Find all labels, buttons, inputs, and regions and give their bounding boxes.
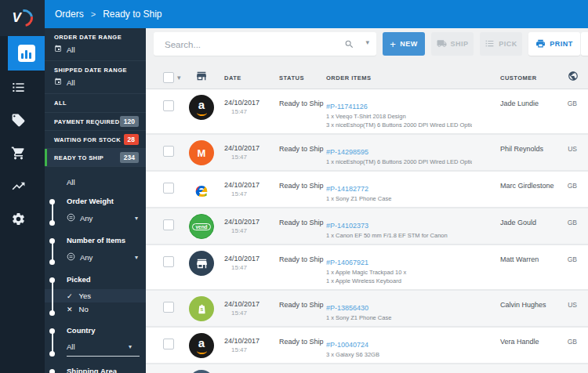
order-item: 3 x Galaxy S6 32GB <box>326 351 472 360</box>
filter-value: Any <box>80 214 93 223</box>
column-header-order-items: ORDER ITEMS <box>326 74 472 81</box>
row-checkbox[interactable] <box>163 219 174 230</box>
timeline-dot <box>49 310 55 316</box>
sidebar-item-waiting-for-stock[interactable]: WAITING FOR STOCK28 <box>45 131 146 149</box>
cart-icon <box>11 146 26 161</box>
order-date: 24/10/201715:47 <box>221 328 276 353</box>
order-number-link[interactable]: #P-11741126 <box>326 103 368 110</box>
row-checkbox[interactable] <box>163 339 174 349</box>
table-row[interactable]: vend24/10/201715:47Ready to Ship#P-14102… <box>146 207 588 244</box>
status-filter-label: READY TO SHIP <box>54 154 103 161</box>
caret-down-icon: ▾ <box>135 254 138 261</box>
pick-button[interactable]: PICK <box>480 32 522 56</box>
button-label: SHIP <box>451 40 469 48</box>
order-number-link[interactable]: #P-10040724 <box>326 341 368 349</box>
rail-item-dashboard[interactable] <box>8 36 45 71</box>
table-row[interactable]: S24/10/201715:47Ready to Ship#P-13856430… <box>146 289 588 326</box>
filter-dropdown-order-weight[interactable]: Any▾ <box>67 211 146 226</box>
timeline-dot <box>49 328 55 334</box>
circle-lines-icon <box>67 213 75 223</box>
top-bar: Orders > Ready to Ship <box>45 0 588 28</box>
table-header: ▾ DATE STATUS ORDER ITEMS CUSTOMER <box>146 67 588 89</box>
filter-label-number-of-items: Number of Items <box>67 236 146 244</box>
order-number-link[interactable]: #P-14102373 <box>326 222 368 230</box>
svg-text:S: S <box>200 306 203 311</box>
order-status: Ready to Ship <box>276 208 326 226</box>
search-icon[interactable] <box>344 38 354 53</box>
app-logo[interactable]: V <box>0 0 45 36</box>
search-options-caret[interactable]: ▾ <box>365 38 369 46</box>
shipped-date-range-filter[interactable]: SHIPPED DATE RANGE All <box>45 61 146 94</box>
sidebar-item-all[interactable]: ALL <box>45 94 146 113</box>
filter-group-country: CountryAll▾ <box>49 326 146 357</box>
customer-name: Vera Handle <box>472 328 558 346</box>
filter-select-country[interactable]: All▾ <box>67 340 140 357</box>
sidebar-item-ready-to-ship[interactable]: READY TO SHIP234 <box>45 149 146 167</box>
filter-label-country: Country <box>67 326 146 335</box>
filter-option-picked-no[interactable]: ✕No <box>67 302 146 316</box>
nav-rail <box>0 36 45 373</box>
breadcrumb-orders[interactable]: Orders <box>55 9 84 20</box>
table-row[interactable]: e24/10/201715:47Ready to Ship#P-14182772… <box>146 170 588 207</box>
column-header-status: STATUS <box>276 74 326 81</box>
filter-groups: Order WeightAny▾Number of ItemsAny▾Picke… <box>45 197 146 373</box>
orders-table: ▾ DATE STATUS ORDER ITEMS CUSTOMER a24/1… <box>146 67 588 373</box>
order-date-range-filter[interactable]: ORDER DATE RANGE All <box>45 28 146 61</box>
rail-item-settings[interactable] <box>0 202 37 235</box>
filter-dropdown-number-of-items[interactable]: Any▾ <box>67 250 146 265</box>
order-number-link[interactable]: #P-13856430 <box>326 304 368 312</box>
cut-off-button[interactable] <box>581 32 588 56</box>
button-label: PRINT <box>550 40 573 48</box>
timeline-dot <box>49 220 55 226</box>
select-all-checkbox[interactable] <box>163 72 174 83</box>
order-number-link[interactable]: #P-14298595 <box>326 148 368 156</box>
order-date: 24/10/201715:47 <box>221 208 276 234</box>
order-item: 1 x Apple Magic Trackpad 10 x <box>326 269 472 277</box>
search-box: ▾ <box>154 32 376 56</box>
column-header-customer: CUSTOMER <box>472 74 558 81</box>
rail-item-reports[interactable] <box>0 169 37 202</box>
order-item: 1 x Apple Wireless Keyboard <box>326 277 472 286</box>
country-code: GB <box>558 328 588 346</box>
column-header-date: DATE <box>221 74 276 81</box>
order-number-link[interactable]: #P-14067921 <box>326 259 368 266</box>
shipped-date-range-label: SHIPPED DATE RANGE <box>54 67 136 74</box>
rail-item-purchases[interactable] <box>0 136 37 169</box>
row-checkbox[interactable] <box>163 183 174 194</box>
country-code: GB <box>558 208 588 226</box>
country-code: US <box>558 291 588 309</box>
date-value: 24/10/2017 <box>224 255 276 263</box>
customer-name: Matt Warren <box>472 245 558 263</box>
row-checkbox[interactable] <box>163 302 174 313</box>
breadcrumb-ready-to-ship[interactable]: Ready to Ship <box>103 9 162 20</box>
new-button[interactable]: +NEW <box>383 32 425 56</box>
print-button[interactable]: PRINT <box>528 32 580 56</box>
order-number-link[interactable]: #P-14182772 <box>326 185 368 193</box>
time-value: 15:47 <box>231 264 276 271</box>
printer-icon <box>535 38 546 50</box>
row-checkbox[interactable] <box>163 100 174 111</box>
amazon-icon: a <box>189 333 214 358</box>
table-row[interactable]: M24/10/201715:47Ready to Ship#P-14298595… <box>146 133 588 170</box>
row-checkbox[interactable] <box>163 146 174 157</box>
vend-icon: vend <box>189 214 214 239</box>
ship-button[interactable]: SHIP <box>431 32 474 56</box>
filter-group-shipping-area: Shipping Area <box>49 367 146 373</box>
table-row[interactable]: a24/10/201715:47Ready to Ship#P-11741126… <box>146 89 588 133</box>
filter-group-order-weight: Order WeightAny▾ <box>49 197 146 226</box>
select-all-caret[interactable]: ▾ <box>177 74 181 81</box>
row-checkbox[interactable] <box>163 256 174 267</box>
status-filters: PAYMENT REQUIRED120WAITING FOR STOCK28RE… <box>45 113 146 167</box>
search-input[interactable] <box>163 32 339 57</box>
sidebar-item-payment-required[interactable]: PAYMENT REQUIRED120 <box>45 113 146 131</box>
count-badge: 234 <box>120 152 139 163</box>
table-row[interactable]: a24/10/201715:47Ready to Ship#P-10040724… <box>146 326 588 363</box>
filter-option-picked-yes[interactable]: ✓Yes <box>45 289 146 302</box>
list-icon <box>11 80 26 95</box>
table-row[interactable]: 24/10/201715:47Ready to Ship#P-141025041… <box>146 363 588 373</box>
order-date-range-label: ORDER DATE RANGE <box>54 34 136 41</box>
filters-all-link[interactable]: All <box>67 178 146 186</box>
table-row[interactable]: 24/10/201715:47Ready to Ship#P-140679211… <box>146 244 588 289</box>
rail-item-products[interactable] <box>0 103 37 136</box>
rail-item-orders[interactable] <box>0 71 37 103</box>
